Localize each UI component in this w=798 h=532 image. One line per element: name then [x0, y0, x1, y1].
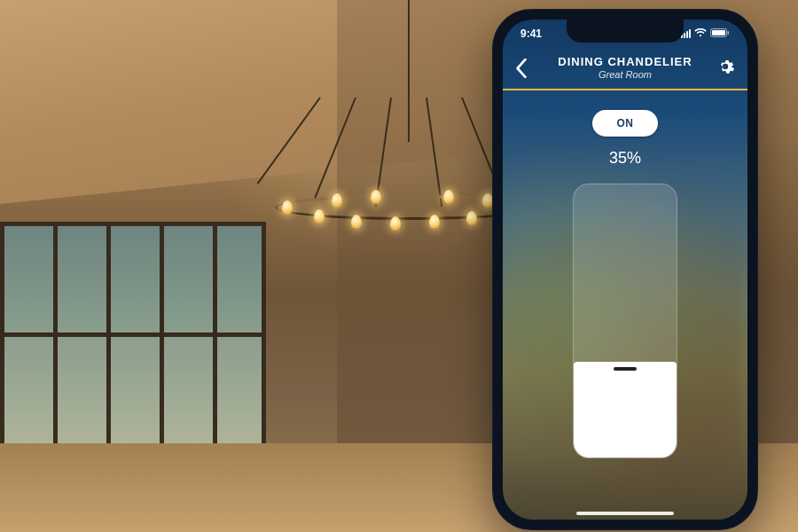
notch	[567, 20, 684, 43]
room-subtitle: Great Room	[558, 69, 692, 80]
settings-button[interactable]	[716, 57, 735, 76]
svg-rect-2	[728, 31, 730, 35]
nav-title-group: DINING CHANDELIER Great Room	[558, 55, 692, 80]
phone-frame: 9:41 DINING CHANDELIER Great Room	[492, 9, 758, 530]
power-label: ON	[617, 117, 634, 129]
slider-grip-icon	[614, 367, 637, 371]
phone-screen: 9:41 DINING CHANDELIER Great Room	[503, 20, 747, 520]
power-toggle[interactable]: ON	[592, 110, 658, 137]
accent-divider	[503, 89, 747, 90]
brightness-slider[interactable]	[573, 184, 677, 458]
brightness-readout: 35%	[609, 149, 641, 168]
back-button[interactable]	[515, 59, 535, 78]
nav-bar: DINING CHANDELIER Great Room	[503, 46, 747, 89]
window-wall	[0, 222, 266, 452]
brightness-slider-fill	[574, 362, 677, 458]
status-time: 9:41	[520, 27, 542, 40]
chevron-left-icon	[515, 59, 528, 78]
battery-icon	[710, 27, 730, 40]
svg-rect-1	[712, 30, 725, 35]
device-title: DINING CHANDELIER	[558, 55, 692, 68]
wifi-icon	[694, 27, 707, 40]
home-indicator[interactable]	[576, 512, 674, 515]
light-control-panel: ON 35%	[503, 98, 747, 520]
gear-icon	[716, 57, 735, 76]
